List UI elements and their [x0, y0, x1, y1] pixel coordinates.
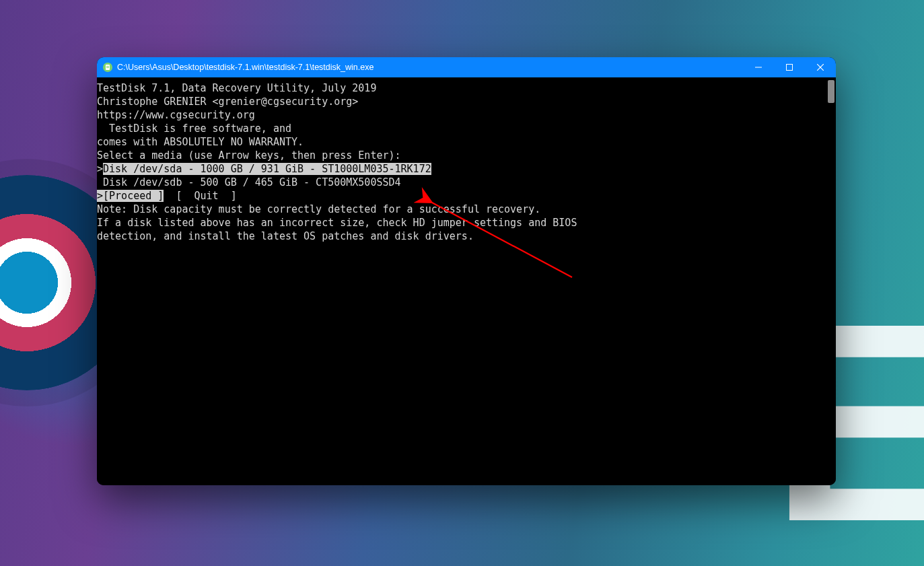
note-line3: detection, and install the latest OS pat… — [97, 229, 836, 243]
quit-button[interactable]: [ Quit ] — [176, 190, 236, 202]
svg-rect-2 — [106, 66, 109, 67]
disk-option-selected[interactable]: >Disk /dev/sda - 1000 GB / 931 GiB - ST1… — [97, 162, 836, 176]
close-button[interactable] — [805, 57, 836, 77]
app-window: C:\Users\Asus\Desktop\testdisk-7.1.win\t… — [97, 57, 836, 485]
svg-rect-3 — [106, 67, 109, 68]
term-header-line2: Christophe GRENIER <grenier@cgsecurity.o… — [97, 95, 836, 108]
window-controls — [743, 57, 836, 77]
menu-row: >[Proceed ] [ Quit ] — [97, 189, 836, 203]
svg-rect-5 — [787, 65, 793, 71]
note-line1: Note: Disk capacity must be correctly de… — [97, 203, 836, 216]
menu-caret: > — [97, 190, 103, 202]
term-free-line1: TestDisk is free software, and — [97, 122, 836, 135]
menu-gap — [164, 190, 176, 202]
minimize-button[interactable] — [743, 57, 774, 77]
term-header-line1: TestDisk 7.1, Data Recovery Utility, Jul… — [97, 81, 836, 95]
maximize-button[interactable] — [774, 57, 805, 77]
disk-option[interactable]: Disk /dev/sdb - 500 GB / 465 GiB - CT500… — [97, 176, 836, 189]
proceed-button[interactable]: [Proceed ] — [103, 190, 164, 202]
note-line2: If a disk listed above has an incorrect … — [97, 216, 836, 229]
term-header-line3: https://www.cgsecurity.org — [97, 108, 836, 122]
svg-rect-4 — [755, 67, 762, 68]
term-free-line2: comes with ABSOLUTELY NO WARRANTY. — [97, 135, 836, 149]
window-title: C:\Users\Asus\Desktop\testdisk-7.1.win\t… — [117, 63, 743, 72]
disk-sda[interactable]: Disk /dev/sda - 1000 GB / 931 GiB - ST10… — [103, 163, 431, 175]
terminal-area[interactable]: TestDisk 7.1, Data Recovery Utility, Jul… — [97, 77, 836, 485]
term-select-prompt: Select a media (use Arrow keys, then pre… — [97, 149, 836, 162]
titlebar[interactable]: C:\Users\Asus\Desktop\testdisk-7.1.win\t… — [97, 57, 836, 77]
desktop-background: E C:\Users\Asus\Desktop\testdisk-7.1.win… — [0, 0, 924, 566]
app-icon — [102, 62, 113, 73]
scrollbar-thumb[interactable] — [828, 80, 834, 103]
selection-caret: > — [97, 163, 103, 175]
